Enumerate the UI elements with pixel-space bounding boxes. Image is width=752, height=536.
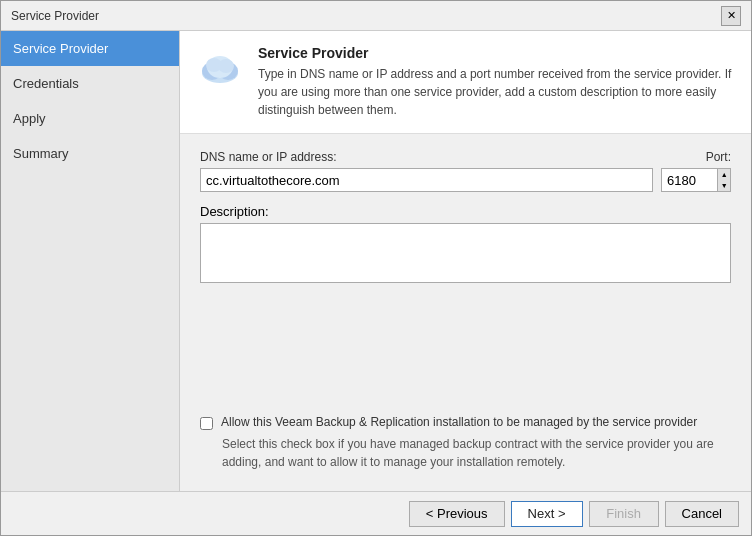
desc-label: Description:: [200, 204, 731, 219]
header-title: Service Provider: [258, 45, 735, 61]
checkbox-label: Allow this Veeam Backup & Replication in…: [221, 415, 697, 429]
checkbox-section: Allow this Veeam Backup & Replication in…: [200, 403, 731, 475]
header-description: Type in DNS name or IP address and a por…: [258, 65, 735, 119]
dialog-title: Service Provider: [11, 9, 99, 23]
port-decrement-button[interactable]: ▼: [718, 180, 730, 191]
next-button[interactable]: Next >: [511, 501, 583, 527]
checkbox-sub-text: Select this check box if you have manage…: [222, 435, 731, 471]
svg-point-5: [218, 59, 234, 73]
dns-input[interactable]: [200, 168, 653, 192]
title-bar: Service Provider ✕: [1, 1, 751, 31]
dns-field-group: DNS name or IP address:: [200, 150, 653, 192]
main-content: Service Provider Type in DNS name or IP …: [180, 31, 751, 491]
port-spinner: ▲ ▼: [718, 168, 731, 192]
previous-button[interactable]: < Previous: [409, 501, 505, 527]
port-field-group: Port: ▲ ▼: [661, 150, 731, 192]
sidebar-item-apply[interactable]: Apply: [1, 101, 179, 136]
port-increment-button[interactable]: ▲: [718, 169, 730, 180]
checkbox-row: Allow this Veeam Backup & Replication in…: [200, 415, 731, 430]
finish-button[interactable]: Finish: [589, 501, 659, 527]
description-field-group: Description:: [200, 204, 731, 283]
dns-port-row: DNS name or IP address: Port: ▲ ▼: [200, 150, 731, 192]
managed-checkbox[interactable]: [200, 417, 213, 430]
sidebar-item-service-provider[interactable]: Service Provider: [1, 31, 179, 66]
dns-label: DNS name or IP address:: [200, 150, 653, 164]
form-area: DNS name or IP address: Port: ▲ ▼: [180, 134, 751, 491]
sidebar: Service Provider Credentials Apply Summa…: [1, 31, 180, 491]
sidebar-item-summary[interactable]: Summary: [1, 136, 179, 171]
header-icon: [196, 45, 244, 93]
dialog-window: Service Provider ✕ Service Provider Cred…: [0, 0, 752, 536]
port-wrapper: ▲ ▼: [661, 168, 731, 192]
dialog-body: Service Provider Credentials Apply Summa…: [1, 31, 751, 491]
close-button[interactable]: ✕: [721, 6, 741, 26]
description-input[interactable]: [200, 223, 731, 283]
cancel-button[interactable]: Cancel: [665, 501, 739, 527]
port-label: Port:: [661, 150, 731, 164]
header-section: Service Provider Type in DNS name or IP …: [180, 31, 751, 134]
port-input[interactable]: [661, 168, 718, 192]
dialog-footer: < Previous Next > Finish Cancel: [1, 491, 751, 535]
sidebar-item-credentials[interactable]: Credentials: [1, 66, 179, 101]
header-text: Service Provider Type in DNS name or IP …: [258, 45, 735, 119]
cloud-icon: [198, 53, 242, 85]
